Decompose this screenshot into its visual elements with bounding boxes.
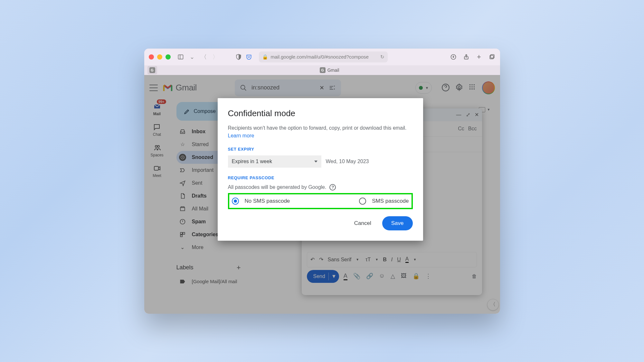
svg-rect-5 (490, 55, 493, 59)
expiry-row: Expires in 1 week Wed, 10 May 2023 (228, 155, 413, 168)
cancel-button[interactable]: Cancel (350, 217, 376, 230)
help-icon[interactable]: ? (329, 184, 336, 190)
lock-icon: 🔒 (262, 54, 268, 60)
passcode-desc-text: All passcodes will be generated by Googl… (228, 184, 327, 190)
reload-icon[interactable]: ↻ (380, 54, 384, 60)
expiry-value: Expires in 1 week (232, 159, 272, 164)
sidebar-toggle-icon[interactable] (177, 53, 184, 60)
tab-title: Gmail (327, 68, 339, 73)
tab-favicon: G (320, 67, 326, 73)
pinned-tab[interactable]: G (147, 66, 157, 74)
passcode-radio-group: No SMS passcode SMS passcode (228, 193, 413, 209)
expiry-date: Wed, 10 May 2023 (326, 159, 369, 164)
radio-no-sms[interactable]: No SMS passcode (232, 198, 319, 205)
save-button[interactable]: Save (382, 216, 413, 230)
window-controls (149, 54, 171, 60)
learn-more-link[interactable]: Learn more (228, 133, 254, 138)
maximize-window-icon[interactable] (166, 54, 171, 60)
downloads-icon[interactable] (450, 53, 457, 60)
dialog-desc-text: Recipients won't have the option to forw… (228, 125, 407, 131)
dialog-actions: Cancel Save (228, 216, 413, 230)
toolbar-left: ⌄ 〈 〉 (177, 53, 219, 60)
require-passcode-heading: REQUIRE PASSCODE (228, 175, 413, 180)
tab-favicon: G (149, 67, 155, 73)
shield-icon[interactable] (235, 53, 242, 60)
chevron-down-icon[interactable]: ⌄ (189, 53, 196, 60)
tab-strip: G G Gmail (144, 65, 500, 75)
gmail-app: Gmail in:snoozed ✕ ▼ (144, 75, 500, 314)
active-tab[interactable]: G Gmail (320, 67, 339, 73)
tabs-icon[interactable] (488, 53, 496, 60)
set-expiry-heading: SET EXPIRY (228, 147, 413, 152)
svg-rect-4 (490, 54, 494, 58)
radio-label: SMS passcode (372, 198, 409, 204)
dialog-title: Confidential mode (228, 108, 413, 118)
back-icon[interactable]: 〈 (200, 53, 207, 60)
titlebar: ⌄ 〈 〉 🔒 mail.google.com/mail/u/0/#snooze… (144, 49, 500, 65)
radio-sms[interactable]: SMS passcode (322, 198, 409, 205)
close-window-icon[interactable] (149, 54, 154, 60)
toolbar-right: + (450, 53, 496, 60)
svg-rect-0 (178, 55, 183, 59)
url-bar[interactable]: 🔒 mail.google.com/mail/u/0/#snoozed?comp… (259, 51, 388, 62)
forward-icon[interactable]: 〉 (212, 53, 219, 60)
radio-label: No SMS passcode (245, 198, 290, 204)
confidential-mode-dialog: Confidential mode Recipients won't have … (218, 98, 423, 241)
url-text: mail.google.com/mail/u/0/#snoozed?compos… (271, 54, 378, 60)
minimize-window-icon[interactable] (157, 54, 162, 60)
expiry-select[interactable]: Expires in 1 week (228, 155, 321, 168)
chevron-down-icon (314, 161, 317, 162)
share-icon[interactable] (463, 53, 470, 60)
radio-checked-icon (232, 198, 239, 205)
pocket-icon[interactable] (245, 53, 252, 60)
passcode-description: All passcodes will be generated by Googl… (228, 184, 413, 190)
radio-unchecked-icon (359, 198, 366, 205)
browser-window: ⌄ 〈 〉 🔒 mail.google.com/mail/u/0/#snooze… (144, 49, 500, 314)
dialog-description: Recipients won't have the option to forw… (228, 124, 413, 140)
new-tab-icon[interactable]: + (476, 53, 483, 60)
